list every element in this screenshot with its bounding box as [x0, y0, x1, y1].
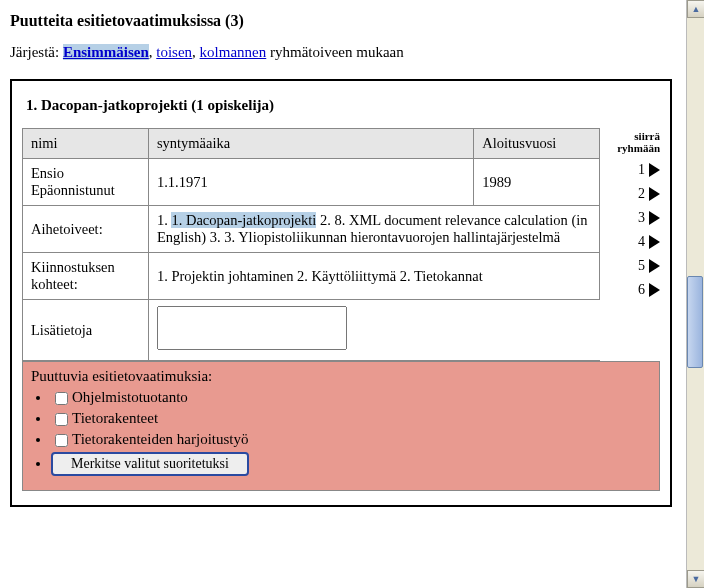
req-checkbox[interactable]	[55, 434, 68, 447]
chevron-right-icon	[649, 187, 660, 201]
chevron-right-icon	[649, 235, 660, 249]
move-group-3[interactable]: 3	[604, 206, 660, 230]
move-group-1[interactable]: 1	[604, 158, 660, 182]
project-heading: 1. Dacopan-jatkoprojekti (1 opiskelija)	[26, 97, 660, 114]
sort-second-link[interactable]: toisen	[156, 44, 192, 60]
chevron-right-icon	[649, 283, 660, 297]
move-group-5[interactable]: 5	[604, 254, 660, 278]
topics-cell: 1. 1. Dacopan-jatkoprojekti 2. 8. XML do…	[148, 206, 599, 253]
scroll-thumb[interactable]	[687, 276, 703, 368]
scroll-down-button[interactable]: ▼	[687, 570, 704, 588]
missing-title: Puuttuvia esitietovaatimuksia:	[31, 368, 651, 385]
scroll-up-button[interactable]: ▲	[687, 0, 704, 18]
col-name: nimi	[23, 129, 149, 159]
cell-name: Ensio Epäonnistunut	[23, 159, 149, 206]
sort-third-link[interactable]: kolmannen	[200, 44, 267, 60]
move-label: 5	[638, 258, 645, 274]
move-group-6[interactable]: 6	[604, 278, 660, 302]
sort-label: Järjestä:	[10, 44, 59, 60]
move-label: 3	[638, 210, 645, 226]
list-item: Merkitse valitut suoritetuksi	[51, 452, 651, 476]
topics-prefix: 1.	[157, 212, 172, 228]
interests-label: Kiinnostuksen kohteet:	[23, 253, 149, 300]
table-row: Ensio Epäonnistunut 1.1.1971 1989	[23, 159, 600, 206]
interests-cell: 1. Projektin johtaminen 2. Käyttöliittym…	[148, 253, 599, 300]
table-row: Lisätietoja	[23, 300, 600, 361]
col-dob: syntymäaika	[148, 129, 473, 159]
cell-dob: 1.1.1971	[148, 159, 473, 206]
mark-done-button[interactable]: Merkitse valitut suoritetuksi	[51, 452, 249, 476]
vertical-scrollbar[interactable]: ▲ ▼	[686, 0, 704, 588]
col-start: Aloitusvuosi	[474, 129, 600, 159]
req-label: Tietorakenteiden harjoitustyö	[72, 431, 249, 447]
move-label: 2	[638, 186, 645, 202]
move-label: 4	[638, 234, 645, 250]
list-item: Tietorakenteet	[51, 410, 651, 429]
move-header: siirrä ryhmään	[604, 130, 660, 154]
req-label: Tietorakenteet	[72, 410, 158, 426]
table-row: Kiinnostuksen kohteet: 1. Projektin joht…	[23, 253, 600, 300]
sort-first-link[interactable]: Ensimmäisen	[63, 44, 149, 60]
sort-row: Järjestä: Ensimmäisen, toisen, kolmannen…	[10, 44, 672, 61]
notes-cell	[148, 300, 599, 361]
chevron-right-icon	[649, 163, 660, 177]
req-label: Ohjelmistotuotanto	[72, 389, 188, 405]
missing-requirements: Puuttuvia esitietovaatimuksia: Ohjelmist…	[22, 361, 660, 491]
move-label: 1	[638, 162, 645, 178]
table-header-row: nimi syntymäaika Aloitusvuosi	[23, 129, 600, 159]
req-checkbox[interactable]	[55, 413, 68, 426]
project-box: 1. Dacopan-jatkoprojekti (1 opiskelija) …	[10, 79, 672, 507]
notes-label: Lisätietoja	[23, 300, 149, 361]
list-item: Tietorakenteiden harjoitustyö	[51, 431, 651, 450]
student-table: nimi syntymäaika Aloitusvuosi Ensio Epäo…	[22, 128, 600, 361]
topics-label: Aihetoiveet:	[23, 206, 149, 253]
move-to-group-panel: siirrä ryhmään 1 2 3 4 5 6	[604, 128, 660, 302]
sort-suffix: ryhmätoiveen mukaan	[270, 44, 404, 60]
cell-start: 1989	[474, 159, 600, 206]
topics-highlight: 1. Dacopan-jatkoprojekti	[171, 212, 316, 228]
notes-textarea[interactable]	[157, 306, 347, 350]
chevron-right-icon	[649, 259, 660, 273]
list-item: Ohjelmistotuotanto	[51, 389, 651, 408]
move-group-4[interactable]: 4	[604, 230, 660, 254]
page-title: Puutteita esitietovaatimuksissa (3)	[10, 12, 672, 30]
move-group-2[interactable]: 2	[604, 182, 660, 206]
chevron-right-icon	[649, 211, 660, 225]
move-label: 6	[638, 282, 645, 298]
table-row: Aihetoiveet: 1. 1. Dacopan-jatkoprojekti…	[23, 206, 600, 253]
req-checkbox[interactable]	[55, 392, 68, 405]
